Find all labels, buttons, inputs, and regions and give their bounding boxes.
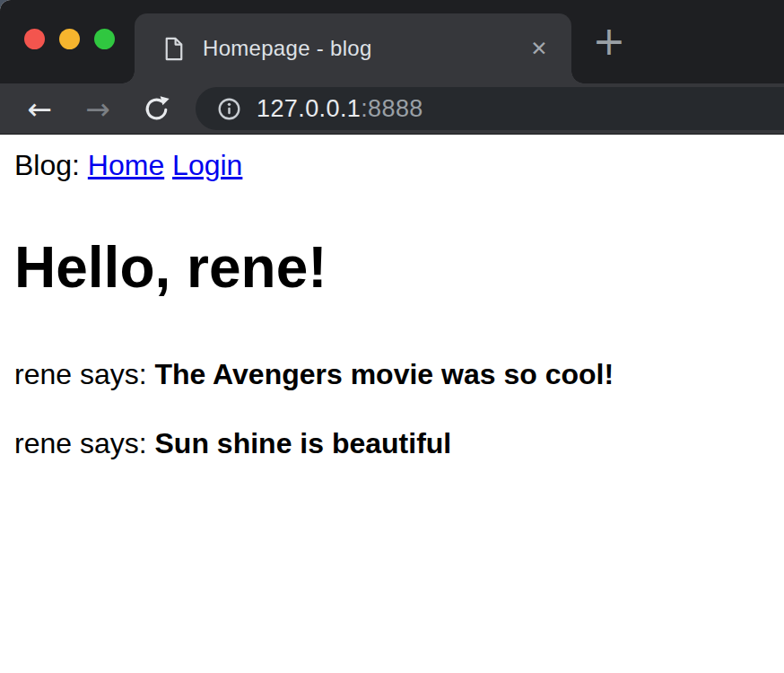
url-host: 127.0.0.1 [257,95,361,122]
close-window-button[interactable] [24,29,45,49]
browser-window: Homepage - blog ✕ + ← → 127.0.0.1:8888 [0,0,784,673]
back-icon[interactable]: ← [22,92,57,127]
nav-link-home[interactable]: Home [88,149,164,181]
post-author-prefix: rene says: [14,358,147,390]
new-tab-icon[interactable]: + [588,21,631,64]
info-icon[interactable] [217,97,241,121]
fullscreen-window-button[interactable] [94,29,115,49]
tab-strip: Homepage - blog ✕ + [0,0,784,83]
post-author-prefix: rene says: [14,427,147,459]
url-text: 127.0.0.1:8888 [257,95,423,123]
site-nav-label: Blog: [14,149,80,181]
minimize-window-button[interactable] [59,29,80,49]
page-icon [164,37,184,61]
nav-link-login[interactable]: Login [172,149,242,181]
tab-title: Homepage - blog [203,36,372,61]
url-port: :8888 [361,95,423,122]
forward-icon[interactable]: → [80,92,116,127]
blog-post: rene says: Sun shine is beautiful [14,427,770,460]
post-text: The Avengers movie was so cool! [155,358,614,390]
close-tab-icon[interactable]: ✕ [527,13,551,83]
blog-post: rene says: The Avengers movie was so coo… [14,358,770,391]
browser-toolbar: ← → 127.0.0.1:8888 [0,83,784,135]
reload-icon[interactable] [138,95,174,123]
browser-tab-active[interactable]: Homepage - blog ✕ [135,13,571,83]
post-text: Sun shine is beautiful [155,427,452,459]
page-title: Hello, rene! [14,236,770,299]
address-bar[interactable]: 127.0.0.1:8888 [196,87,784,130]
window-controls [24,29,129,49]
page-content: Blog: Home Login Hello, rene! rene says:… [0,135,784,673]
site-nav: Blog: Home Login [14,149,770,182]
